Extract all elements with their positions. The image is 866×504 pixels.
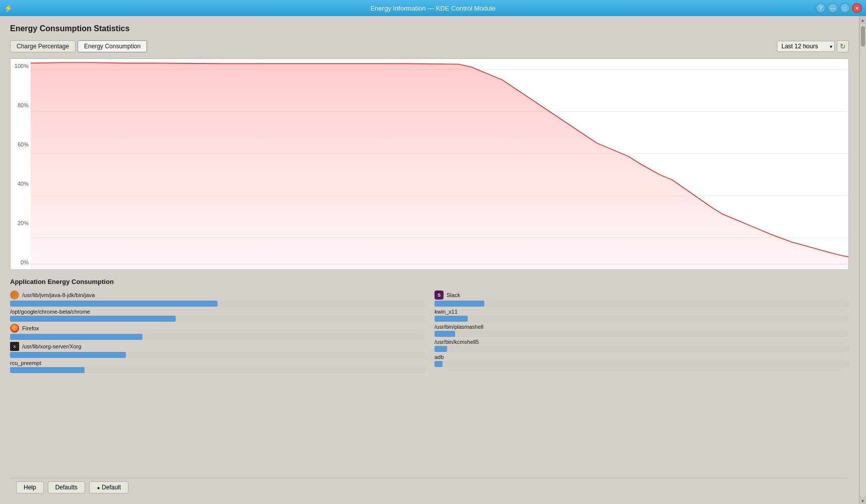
- app-bar-wrap: [10, 352, 424, 358]
- app-name: /usr/bin/kcmshell5: [435, 339, 479, 345]
- app-item-header: kwin_x11: [435, 309, 849, 315]
- y-label-40: 40%: [18, 181, 29, 187]
- app-bar: [10, 367, 85, 373]
- app-name: adb: [435, 354, 444, 360]
- list-item: X /usr/lib/xorg-server/Xorg: [10, 342, 424, 358]
- app-name: Firefox: [22, 325, 39, 331]
- help-button[interactable]: ?: [816, 3, 826, 13]
- app-icon: ⚡: [4, 4, 13, 12]
- app-item-header: /usr/lib/jvm/java-8-jdk/bin/java: [10, 291, 424, 300]
- app-item-header: Firefox: [10, 324, 424, 333]
- refresh-button[interactable]: ↻: [837, 40, 849, 52]
- app-name: rcu_preempt: [10, 360, 41, 366]
- app-grid: /usr/lib/jvm/java-8-jdk/bin/java /opt/go…: [10, 291, 849, 375]
- chart-y-axis: 100% 80% 60% 40% 20% 0%: [11, 59, 31, 269]
- app-bar-wrap: [435, 331, 849, 337]
- content-area: Energy Consumption Statistics Charge Per…: [0, 16, 859, 504]
- tab-charge-percentage[interactable]: Charge Percentage: [10, 40, 76, 52]
- charge-chart-svg: [31, 59, 848, 269]
- app-name: kwin_x11: [435, 309, 458, 315]
- time-selector[interactable]: Last 30 minutes Last hour Last 2 hours L…: [777, 41, 835, 52]
- y-label-60: 60%: [18, 141, 29, 148]
- page-title: Energy Consumption Statistics: [10, 24, 849, 33]
- tab-energy-consumption[interactable]: Energy Consumption: [78, 40, 147, 52]
- scroll-track[interactable]: [860, 24, 865, 497]
- app-bar: [435, 301, 484, 307]
- list-item: adb: [435, 354, 849, 367]
- maximize-button[interactable]: □: [840, 3, 850, 13]
- titlebar-buttons: ? — □ ✕: [816, 3, 862, 13]
- chart-area: 100% 80% 60% 40% 20% 0%: [10, 58, 849, 270]
- app-item-header: /usr/bin/plasmashell: [435, 324, 849, 330]
- app-bar: [10, 352, 126, 358]
- app-bar: [10, 334, 142, 340]
- app-item-header: S Slack: [435, 291, 849, 300]
- app-bar-wrap: [435, 361, 849, 367]
- app-bar: [10, 301, 218, 307]
- app-bar-wrap: [435, 346, 849, 352]
- list-item: /usr/bin/kcmshell5: [435, 339, 849, 352]
- app-bar: [10, 316, 176, 322]
- y-label-100: 100%: [15, 63, 29, 69]
- y-label-80: 80%: [18, 102, 29, 108]
- app-item-header: rcu_preempt: [10, 360, 424, 366]
- app-bar-wrap: [435, 316, 849, 322]
- app-name: /usr/bin/plasmashell: [435, 324, 483, 330]
- list-item: /usr/lib/jvm/java-8-jdk/bin/java: [10, 291, 424, 307]
- app-name: /usr/lib/xorg-server/Xorg: [22, 343, 81, 349]
- list-item: /usr/bin/plasmashell: [435, 324, 849, 337]
- tab-row: Charge Percentage Energy Consumption Las…: [10, 40, 849, 52]
- app-bar-wrap: [435, 301, 849, 307]
- xorg-icon: X: [10, 342, 19, 351]
- list-item: /opt/google/chrome-beta/chrome: [10, 309, 424, 322]
- app-name: /usr/lib/jvm/java-8-jdk/bin/java: [22, 292, 95, 298]
- help-bottom-button[interactable]: Help: [16, 481, 44, 493]
- app-bar: [435, 346, 447, 352]
- main-content: Energy Consumption Statistics Charge Per…: [0, 16, 859, 504]
- app-item-header: adb: [435, 354, 849, 360]
- minimize-button[interactable]: —: [828, 3, 838, 13]
- scrollbar[interactable]: ▲ ▼: [859, 16, 866, 504]
- app-name: /opt/google/chrome-beta/chrome: [10, 309, 90, 315]
- defaults-button[interactable]: Defaults: [48, 481, 85, 493]
- window-title: Energy Information — KDE Control Module: [371, 5, 496, 12]
- app-item-header: X /usr/lib/xorg-server/Xorg: [10, 342, 424, 351]
- list-item: rcu_preempt: [10, 360, 424, 373]
- app-bar-wrap: [10, 301, 424, 307]
- y-label-0: 0%: [21, 259, 29, 265]
- app-bar: [435, 361, 443, 367]
- app-consumption-title: Application Energy Consumption: [10, 278, 849, 285]
- app-consumption-section: Application Energy Consumption /usr/lib/…: [10, 278, 849, 478]
- default-button[interactable]: ⬥ Default: [89, 481, 128, 493]
- scroll-down-arrow[interactable]: ▼: [860, 498, 866, 504]
- close-button[interactable]: ✕: [852, 3, 862, 13]
- app-name: Slack: [447, 292, 460, 298]
- main-window: ⚡ Energy Information — KDE Control Modul…: [0, 0, 866, 504]
- app-item-header: /usr/bin/kcmshell5: [435, 339, 849, 345]
- titlebar-left: ⚡: [4, 4, 13, 12]
- bottom-bar: Help Defaults ⬥ Default: [10, 478, 849, 496]
- time-select-wrapper: Last 30 minutes Last hour Last 2 hours L…: [777, 41, 835, 52]
- titlebar: ⚡ Energy Information — KDE Control Modul…: [0, 0, 866, 16]
- time-selector-wrap: Last 30 minutes Last hour Last 2 hours L…: [777, 40, 849, 52]
- scroll-thumb[interactable]: [861, 26, 865, 46]
- app-list-right: S Slack kwin_: [435, 291, 849, 375]
- list-item: S Slack: [435, 291, 849, 307]
- main-layout: Energy Consumption Statistics Charge Per…: [0, 16, 866, 504]
- app-item-header: /opt/google/chrome-beta/chrome: [10, 309, 424, 315]
- java-icon: [10, 291, 19, 300]
- app-bar-wrap: [10, 316, 424, 322]
- scroll-up-arrow[interactable]: ▲: [860, 17, 866, 23]
- app-bar: [435, 316, 468, 322]
- app-bar-wrap: [10, 367, 424, 373]
- chart-canvas-wrap: [31, 59, 848, 269]
- firefox-icon: [10, 324, 19, 333]
- app-bar-wrap: [10, 334, 424, 340]
- app-list-left: /usr/lib/jvm/java-8-jdk/bin/java /opt/go…: [10, 291, 424, 375]
- list-item: kwin_x11: [435, 309, 849, 322]
- app-bar: [435, 331, 455, 337]
- y-label-20: 20%: [18, 220, 29, 226]
- list-item: Firefox: [10, 324, 424, 340]
- slack-icon: S: [435, 291, 444, 300]
